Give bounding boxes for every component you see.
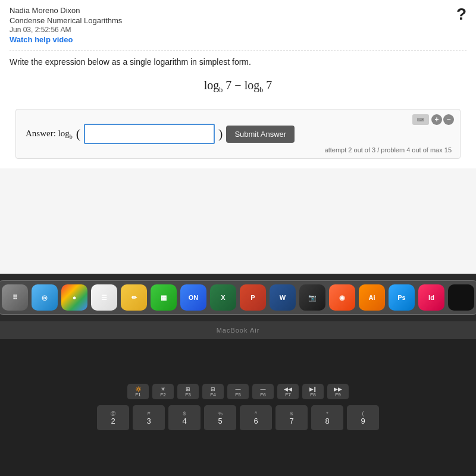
key-rewind[interactable]: ◀◀F7 [277,384,299,400]
screen-area: ? Nadia Moreno Dixon Condense Numerical … [0,0,476,274]
increase-size-btn[interactable]: + [431,114,442,125]
dock-item-safari[interactable]: ◎ [32,284,58,311]
attempt-text: attempt 2 out of 3 / problem 4 out of ma… [325,146,452,154]
close-paren: ) [218,127,223,140]
dock: ⠿◎●☰✏▦ONXPW📷◉AiPsId [0,280,476,315]
dock-area: ⠿◎●☰✏▦ONXPW📷◉AiPsId [0,274,476,321]
dock-item-lists[interactable]: ☰ [91,284,117,311]
dock-item-word[interactable]: W [270,284,296,311]
question-instruction: Write the expression below as a single l… [10,57,466,67]
key-4[interactable]: $ 4 [168,405,201,431]
key-mission-control[interactable]: ⊞F3 [177,384,199,400]
num-row: @ 2 # 3 $ 4 % 5 ^ 6 & 7 * 8 ( 9 [97,405,379,431]
user-name: Nadia Moreno Dixon [10,6,466,15]
content-panel: ? Nadia Moreno Dixon Condense Numerical … [0,0,476,168]
key-brightness-down[interactable]: 🔅F1 [127,384,149,400]
dock-item-black[interactable] [448,284,474,311]
answer-row: Answer: logb ( ) Submit Answer [26,124,450,144]
dock-item-id[interactable]: Id [418,284,444,311]
decrease-size-btn[interactable]: − [443,114,454,125]
dock-item-ps[interactable]: Ps [389,284,415,311]
dock-item-powerpoint[interactable]: P [240,284,266,311]
dock-item-ai[interactable]: Ai [359,284,385,311]
dock-item-launchpad[interactable]: ⠿ [2,284,28,311]
key-f6[interactable]: —F6 [252,384,274,400]
answer-top-controls: ⌨ + − [412,114,454,125]
submit-answer-button[interactable]: Submit Answer [226,126,295,143]
timestamp: Jun 03, 2:52:56 AM [10,26,466,34]
key-fastforward[interactable]: ▶▶F9 [327,384,349,400]
key-2[interactable]: @ 2 [97,405,129,431]
help-icon[interactable]: ? [456,5,466,24]
key-3[interactable]: # 3 [133,405,165,431]
answer-prefix-label: Answer: logb [26,129,73,140]
fn-row: 🔅F1 ☀F2 ⊞F3 ⊟F4 —F5 —F6 ◀◀F7 ▶‖F8 ▶▶F9 [127,384,349,400]
watch-help-link[interactable]: Watch help video [10,35,73,44]
dock-item-numbers[interactable]: ▦ [151,284,177,311]
key-launchpad[interactable]: ⊟F4 [202,384,224,400]
dock-item-excel[interactable]: X [210,284,236,311]
key-f5[interactable]: —F5 [227,384,249,400]
keyboard-toggle-icon[interactable]: ⌨ [412,114,429,125]
key-7[interactable]: & 7 [275,405,308,431]
key-brightness-up[interactable]: ☀F2 [152,384,174,400]
key-6[interactable]: ^ 6 [240,405,272,431]
dock-item-keynote[interactable]: ON [180,284,206,311]
key-8[interactable]: * 8 [311,405,343,431]
key-9[interactable]: ( 9 [347,405,379,431]
font-size-controls: + − [431,114,454,125]
key-play-pause[interactable]: ▶‖F8 [302,384,324,400]
answer-box: ⌨ + − Answer: logb ( ) Submit Answer att… [15,109,461,159]
answer-input[interactable] [84,124,215,144]
math-expression: logb 7 − logb 7 [10,79,466,95]
dock-item-facetime[interactable]: 📷 [299,284,325,311]
macbook-label: MacBook Air [0,321,476,339]
dock-item-chrome[interactable]: ● [61,284,87,311]
open-paren: ( [76,127,80,140]
dock-item-creative[interactable]: ◉ [329,284,355,311]
problem-title: Condense Numerical Logarithms [10,16,466,25]
dock-item-script[interactable]: ✏ [121,284,147,311]
divider [10,51,466,51]
key-5[interactable]: % 5 [204,405,236,431]
keyboard-area: 🔅F1 ☀F2 ⊞F3 ⊟F4 —F5 —F6 ◀◀F7 ▶‖F8 ▶▶F9 @… [0,339,476,476]
